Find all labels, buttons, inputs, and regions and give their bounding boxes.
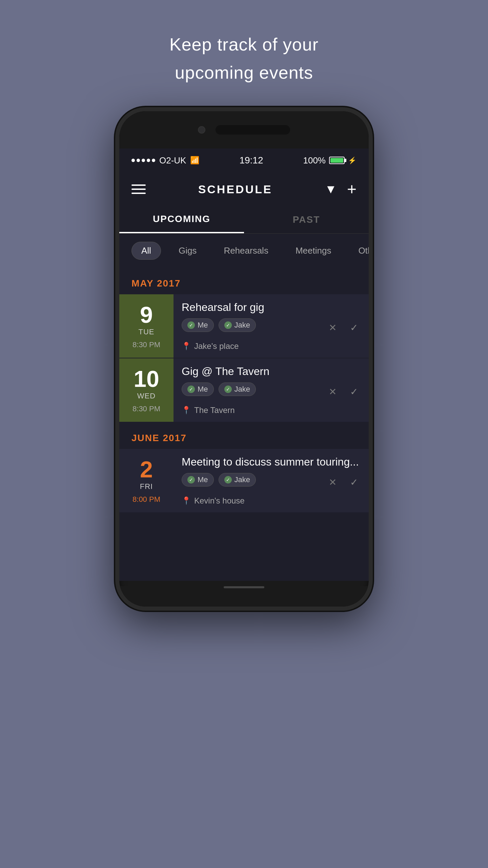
wifi-icon: 📶 (190, 156, 199, 165)
decline-button[interactable]: ✕ (326, 321, 339, 335)
event-time: 8:00 PM (133, 495, 160, 504)
filter-icon[interactable]: ▼ (325, 182, 337, 196)
decline-button[interactable]: ✕ (326, 475, 339, 489)
event-location: 📍 Kevin's house (182, 496, 361, 506)
month-header-may: MAY 2017 (119, 268, 369, 294)
day-name: TUE (139, 328, 155, 336)
pill-gigs[interactable]: Gigs (169, 242, 206, 259)
nav-bar: SCHEDULE ▼ + (119, 172, 369, 206)
filter-pill-bar: All Gigs Rehearsals Meetings Other (119, 234, 369, 268)
headline: Keep track of your upcoming events (169, 31, 319, 87)
attendees-list: ✓ Me ✓ Jake (182, 382, 256, 396)
location-pin-icon: 📍 (182, 496, 191, 505)
attendee-badge-me: ✓ Me (182, 473, 214, 487)
location-pin-icon: 📍 (182, 406, 191, 415)
status-left: O2-UK 📶 (131, 155, 199, 166)
attendee-badge-jake: ✓ Jake (219, 473, 256, 487)
table-row: 10 WED 8:30 PM Gig @ The Tavern ✓ Me (119, 358, 369, 422)
status-right: 100% ⚡ (303, 155, 357, 166)
event-time: 8:30 PM (133, 340, 160, 349)
check-icon: ✓ (224, 476, 232, 484)
battery-icon (329, 157, 345, 164)
accept-button[interactable]: ✓ (347, 475, 361, 489)
event-detail-area: Rehearsal for gig ✓ Me ✓ Jake (174, 294, 369, 358)
attendees-row: ✓ Me ✓ Jake ✕ ✓ (182, 473, 361, 491)
event-actions: ✕ ✓ (326, 385, 361, 399)
event-title: Gig @ The Tavern (182, 365, 361, 378)
content-area: MAY 2017 9 TUE 8:30 PM Rehearsal for gig… (119, 268, 369, 581)
pill-meetings[interactable]: Meetings (286, 242, 341, 259)
check-icon: ✓ (224, 321, 232, 329)
decline-button[interactable]: ✕ (326, 385, 339, 399)
phone-top-area (119, 111, 369, 149)
check-icon: ✓ (187, 321, 195, 329)
day-number: 10 (134, 367, 159, 390)
event-title: Rehearsal for gig (182, 301, 361, 314)
tab-bar: UPCOMING PAST (119, 206, 369, 234)
event-location: 📍 The Tavern (182, 406, 361, 415)
event-date-may10: 10 WED 8:30 PM (119, 358, 174, 422)
location-text: Jake's place (194, 341, 239, 351)
accept-button[interactable]: ✓ (347, 321, 361, 335)
menu-button[interactable] (131, 184, 146, 194)
event-location: 📍 Jake's place (182, 341, 361, 351)
home-indicator (224, 586, 264, 588)
attendee-badge-jake: ✓ Jake (219, 382, 256, 396)
charging-icon: ⚡ (348, 156, 357, 164)
tab-past[interactable]: PAST (244, 206, 369, 233)
phone-bottom (119, 586, 369, 607)
event-detail-area: Meeting to discuss summer touring... ✓ M… (174, 449, 369, 512)
pill-other[interactable]: Other (349, 242, 373, 259)
nav-title: SCHEDULE (198, 183, 272, 196)
nav-actions: ▼ + (325, 181, 357, 197)
event-actions: ✕ ✓ (326, 475, 361, 489)
event-title: Meeting to discuss summer touring... (182, 456, 361, 468)
event-actions: ✕ ✓ (326, 321, 361, 335)
month-header-june: JUNE 2017 (119, 422, 369, 449)
attendee-badge-me: ✓ Me (182, 382, 214, 396)
accept-button[interactable]: ✓ (347, 385, 361, 399)
day-number: 9 (140, 303, 153, 326)
check-icon: ✓ (187, 476, 195, 484)
bottom-spacer (119, 513, 369, 581)
add-button[interactable]: + (347, 181, 357, 197)
phone-frame: O2-UK 📶 19:12 100% ⚡ SCHEDULE ▼ (115, 107, 373, 611)
headline-line1: Keep track of your (169, 35, 319, 54)
status-time: 19:12 (239, 155, 263, 166)
battery-pct-label: 100% (303, 155, 326, 166)
event-date-may9: 9 TUE 8:30 PM (119, 294, 174, 358)
event-time: 8:30 PM (133, 405, 160, 413)
speaker-grille (216, 125, 290, 135)
front-camera (198, 126, 205, 134)
tab-upcoming[interactable]: UPCOMING (119, 206, 244, 233)
attendees-row: ✓ Me ✓ Jake ✕ ✓ (182, 318, 361, 337)
attendees-row: ✓ Me ✓ Jake ✕ ✓ (182, 382, 361, 401)
attendees-list: ✓ Me ✓ Jake (182, 473, 256, 487)
attendee-badge-jake: ✓ Jake (219, 318, 256, 332)
carrier-label: O2-UK (159, 155, 186, 166)
table-row: 9 TUE 8:30 PM Rehearsal for gig ✓ Me (119, 294, 369, 358)
day-name: FRI (140, 482, 153, 491)
table-row: 2 FRI 8:00 PM Meeting to discuss summer … (119, 449, 369, 512)
attendees-list: ✓ Me ✓ Jake (182, 318, 256, 332)
check-icon: ✓ (224, 386, 232, 393)
check-icon: ✓ (187, 386, 195, 393)
location-pin-icon: 📍 (182, 342, 191, 351)
location-text: Kevin's house (194, 496, 245, 506)
location-text: The Tavern (194, 406, 235, 415)
attendee-badge-me: ✓ Me (182, 318, 214, 332)
signal-icon (131, 159, 155, 162)
phone-mockup: O2-UK 📶 19:12 100% ⚡ SCHEDULE ▼ (115, 107, 373, 611)
pill-all[interactable]: All (131, 242, 161, 260)
status-bar: O2-UK 📶 19:12 100% ⚡ (119, 149, 369, 172)
event-date-june2: 2 FRI 8:00 PM (119, 449, 174, 512)
day-number: 2 (140, 458, 153, 481)
day-name: WED (137, 392, 156, 400)
headline-line2: upcoming events (175, 63, 313, 82)
pill-rehearsals[interactable]: Rehearsals (214, 242, 278, 259)
event-detail-area: Gig @ The Tavern ✓ Me ✓ Jake (174, 358, 369, 422)
